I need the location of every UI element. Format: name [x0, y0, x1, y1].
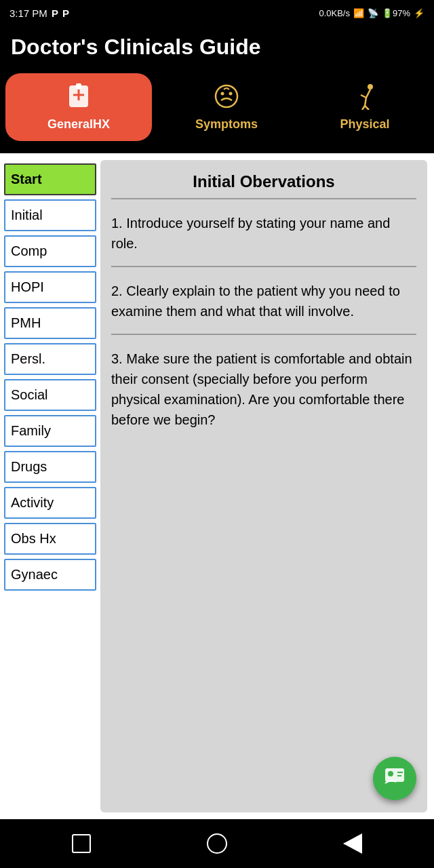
- svg-rect-1: [76, 83, 81, 89]
- tab-physical-label: Physical: [340, 117, 389, 132]
- battery-icon: 🔋97%: [382, 8, 410, 18]
- generalhx-icon: [65, 83, 92, 113]
- tab-generalhx-label: GeneralHX: [47, 117, 110, 132]
- status-bar: 3:17 PM P P 0.0KB/s 📶 📡 🔋97% ⚡: [0, 0, 434, 26]
- sidebar-item-activity[interactable]: Activity: [4, 487, 96, 519]
- sidebar-item-comp[interactable]: Comp: [4, 235, 96, 267]
- tab-physical[interactable]: Physical: [296, 71, 434, 144]
- app-title: Doctor's Clinicals Guide: [11, 34, 423, 60]
- sidebar-item-start[interactable]: Start: [4, 163, 96, 195]
- tab-bar: GeneralHX Symptoms Physical: [0, 71, 434, 153]
- nav-square-icon: [72, 834, 91, 853]
- content-title: Initial Obervations: [111, 172, 416, 191]
- title-divider: [111, 198, 416, 199]
- nav-home-icon: [207, 833, 227, 854]
- svg-point-7: [368, 84, 373, 90]
- content-item-3: 3. Make sure the patient is comfortable …: [111, 340, 416, 437]
- svg-line-10: [365, 98, 366, 106]
- content-item-2: 2. Clearly explain to the patient why yo…: [111, 273, 416, 328]
- network-speed: 0.0KB/s: [319, 8, 350, 18]
- sidebar-item-social[interactable]: Social: [4, 379, 96, 411]
- content-area: Start Initial Comp HOPI PMH Persl. Socia…: [0, 153, 434, 819]
- sidebar-item-initial[interactable]: Initial: [4, 199, 96, 231]
- app-header: Doctor's Clinicals Guide: [0, 26, 434, 71]
- nav-square-button[interactable]: [67, 829, 96, 858]
- contact-fab[interactable]: [373, 757, 416, 800]
- physical-icon: [351, 83, 378, 113]
- sidebar-item-gynaec[interactable]: Gynaec: [4, 559, 96, 591]
- signal-icon: 📶: [353, 8, 364, 18]
- symptoms-icon: [213, 83, 240, 113]
- bolt-icon: ⚡: [414, 8, 425, 18]
- nav-back-button[interactable]: [338, 829, 367, 858]
- content-item-1: 1. Introduce yourself by stating your na…: [111, 205, 416, 260]
- status-time: 3:17 PM: [9, 7, 47, 19]
- contact-fab-icon: [384, 766, 406, 792]
- sidebar-item-obs-hx[interactable]: Obs Hx: [4, 523, 96, 555]
- svg-point-14: [388, 771, 393, 776]
- divider-2: [111, 334, 416, 335]
- sidebar-item-hopi[interactable]: HOPI: [4, 271, 96, 303]
- sidebar-item-drugs[interactable]: Drugs: [4, 451, 96, 483]
- sidebar-item-pmh[interactable]: PMH: [4, 307, 96, 339]
- main-row: Start Initial Comp HOPI PMH Persl. Socia…: [0, 153, 434, 819]
- sidebar: Start Initial Comp HOPI PMH Persl. Socia…: [0, 153, 100, 819]
- status-p1: P: [52, 7, 58, 19]
- tab-generalhx[interactable]: GeneralHX: [5, 73, 152, 141]
- sidebar-item-family[interactable]: Family: [4, 415, 96, 447]
- bottom-nav: [0, 819, 434, 868]
- tab-symptoms-label: Symptoms: [195, 117, 258, 132]
- nav-home-button[interactable]: [203, 829, 231, 858]
- svg-line-12: [365, 106, 369, 110]
- nav-back-icon: [343, 833, 362, 854]
- status-p2: P: [62, 7, 69, 19]
- sidebar-item-persl[interactable]: Persl.: [4, 343, 96, 375]
- wifi-icon: 📡: [368, 8, 378, 18]
- divider-1: [111, 266, 416, 267]
- tab-symptoms[interactable]: Symptoms: [157, 71, 296, 144]
- svg-point-5: [221, 92, 224, 96]
- status-right: 0.0KB/s 📶 📡 🔋97% ⚡: [319, 8, 425, 18]
- svg-line-8: [366, 90, 370, 98]
- content-panel: Initial Obervations 1. Introduce yoursel…: [100, 160, 427, 812]
- svg-line-9: [361, 95, 366, 98]
- svg-point-6: [229, 92, 233, 96]
- status-left: 3:17 PM P P: [9, 7, 69, 19]
